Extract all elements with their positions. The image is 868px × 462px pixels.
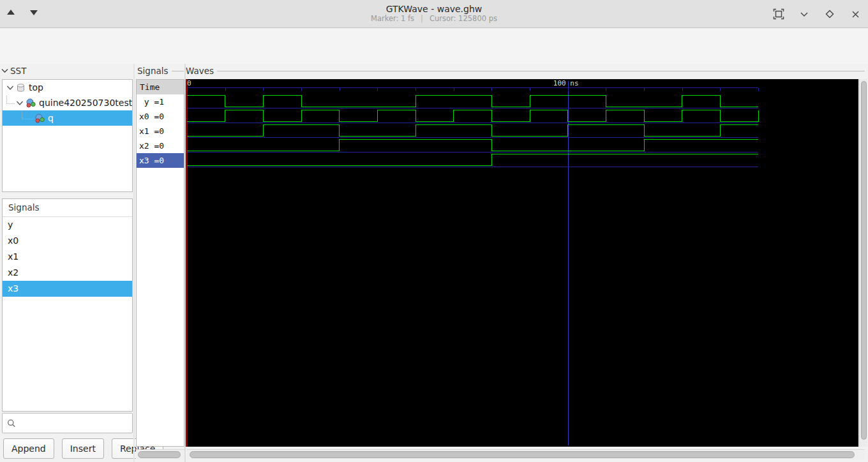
signal-item-x2[interactable]: x2: [3, 265, 132, 281]
module-icon: [26, 98, 36, 108]
waves-header: Waves: [186, 66, 865, 76]
subtitle-separator: |: [421, 14, 423, 23]
append-button[interactable]: Append: [3, 438, 54, 459]
chevron-down-icon[interactable]: [6, 85, 14, 91]
titlebar: GTKWave - wave.ghw Marker: 1 fs|Cursor: …: [0, 0, 868, 28]
waves-horizontal-scrollbar: [187, 449, 865, 459]
maximize-diamond-icon[interactable]: [822, 6, 837, 22]
tree-item-testbench[interactable]: quine420250730testber: [3, 95, 132, 110]
waveform-canvas[interactable]: 0100 ns: [186, 79, 858, 447]
sst-label: SST: [10, 66, 26, 76]
waves-header-label: Waves: [186, 66, 214, 76]
svg-text:0: 0: [187, 79, 191, 87]
tree-item-label: top: [29, 82, 43, 93]
signal-item-x3[interactable]: x3: [3, 281, 132, 297]
toolbar: From: To:: [0, 29, 868, 64]
tree-item-q[interactable]: q: [3, 110, 132, 126]
wave-trace-x0: [187, 110, 758, 122]
wave-trace-y: [187, 96, 758, 107]
value-row-x1[interactable]: x1 =0: [137, 124, 184, 138]
svg-text:100 ns: 100 ns: [553, 79, 579, 87]
value-row-x0[interactable]: x0 =0: [137, 109, 184, 124]
signal-values-panel: Time y =1 x0 =0 x1 =0 x2 =0 x3 =0: [136, 79, 184, 447]
search-icon: [7, 419, 16, 428]
window-subtitle: Marker: 1 fs|Cursor: 125800 ps: [0, 14, 868, 23]
sst-tree: top quine420250730testber q: [2, 79, 133, 192]
sst-header: SST: [1, 66, 26, 76]
tree-item-label: q: [48, 113, 54, 123]
tree-connector: [22, 111, 33, 119]
tree-item-top[interactable]: top: [3, 80, 132, 95]
wave-trace-x3: [187, 154, 758, 166]
signal-item-x1[interactable]: x1: [3, 249, 132, 265]
values-horizontal-scrollbar: [136, 449, 184, 459]
signal-item-x0[interactable]: x0: [3, 233, 132, 249]
main-content: SST top quine420250730testber: [0, 64, 868, 462]
cursor-status: Cursor: 125800 ps: [430, 14, 497, 23]
gtkwave-window: GTKWave - wave.ghw Marker: 1 fs|Cursor: …: [0, 0, 868, 462]
sst-expander-icon[interactable]: [1, 68, 8, 73]
close-icon[interactable]: [848, 6, 863, 22]
signal-item-y[interactable]: y: [3, 217, 132, 233]
wave-trace-x1: [187, 125, 758, 137]
module-top-icon: [16, 83, 26, 93]
waves-vertical-scrollbar: [859, 79, 867, 447]
marker-status: Marker: 1 fs: [371, 14, 414, 23]
signals-list-header: Signals: [3, 199, 132, 217]
wave-trace-x2: [187, 140, 758, 151]
values-hscroll-thumb[interactable]: [138, 451, 181, 458]
insert-button[interactable]: Insert: [62, 438, 104, 459]
time-header-cell: Time: [137, 80, 184, 94]
fullscreen-icon[interactable]: [771, 6, 786, 22]
signal-search: [2, 413, 133, 433]
tree-item-label: quine420250730testber: [39, 98, 132, 108]
value-row-x3[interactable]: x3 =0: [137, 153, 184, 168]
tree-connector: [6, 96, 15, 104]
value-row-y[interactable]: y =1: [137, 94, 184, 109]
chevron-down-icon[interactable]: [16, 100, 24, 106]
panel-divider[interactable]: [133, 64, 135, 462]
module-icon: [34, 114, 45, 123]
window-title: GTKWave - wave.ghw: [0, 4, 868, 14]
waves-vscroll-thumb[interactable]: [861, 81, 867, 440]
waves-hscroll-thumb[interactable]: [190, 451, 855, 458]
values-header-label: Signals: [137, 66, 168, 76]
search-input[interactable]: [20, 414, 132, 433]
signals-list-panel: Signals y x0 x1 x2 x3: [2, 198, 133, 412]
values-header: Signals: [137, 66, 184, 76]
value-row-x2[interactable]: x2 =0: [137, 138, 184, 153]
minimize-chevron-icon[interactable]: [797, 6, 812, 22]
